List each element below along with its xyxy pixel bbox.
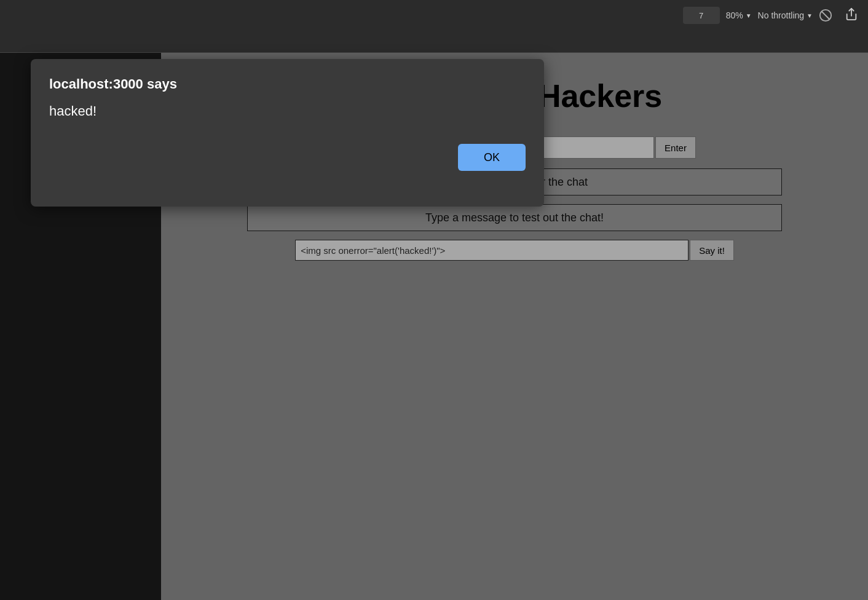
modal-overlay: localhost:3000 says hacked! OK (0, 53, 868, 600)
svg-line-1 (822, 12, 830, 20)
modal-title: localhost:3000 says (49, 76, 526, 92)
throttle-label: No throttling (758, 10, 804, 20)
modal-dialog: localhost:3000 says hacked! OK (31, 59, 544, 207)
modal-message: hacked! (49, 103, 526, 119)
zoom-value: 80% (726, 10, 743, 20)
toolbar (0, 31, 868, 53)
modal-ok-button[interactable]: OK (458, 144, 526, 171)
main-layout: Let's Chat, Hackers Enter Please log in … (0, 53, 868, 600)
throttle-control[interactable]: No throttling ▼ (758, 10, 813, 20)
browser-bar: 7 80% ▼ No throttling ▼ (0, 0, 868, 31)
modal-ok-row: OK (49, 144, 526, 171)
share-icon[interactable] (845, 7, 858, 24)
url-partial: 7 (683, 7, 720, 24)
zoom-control[interactable]: 80% ▼ (726, 10, 752, 20)
no-cache-icon[interactable] (819, 9, 832, 22)
browser-controls: 7 80% ▼ No throttling ▼ (683, 7, 832, 24)
throttle-dropdown-icon: ▼ (807, 12, 813, 19)
zoom-dropdown-icon: ▼ (746, 12, 752, 19)
